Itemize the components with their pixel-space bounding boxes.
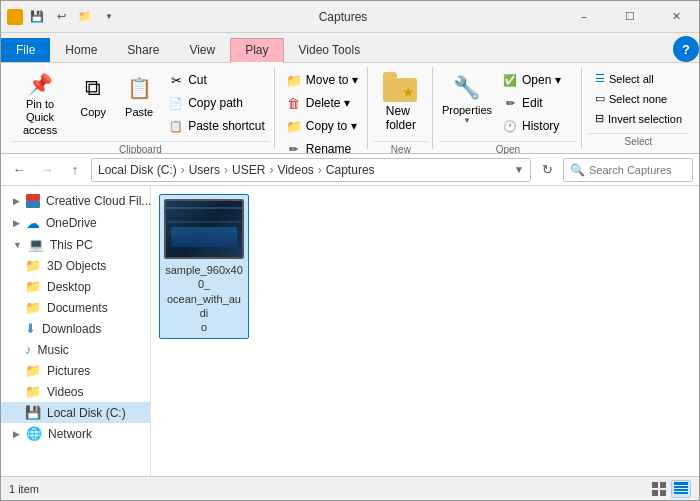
- sidebar-item-pictures[interactable]: 📁 Pictures: [1, 360, 150, 381]
- sidebar-item-documents[interactable]: 📁 Documents: [1, 297, 150, 318]
- select-all-label: Select all: [609, 73, 654, 85]
- sidebar-label-onedrive: OneDrive: [46, 216, 97, 230]
- sidebar-item-desktop[interactable]: 📁 Desktop: [1, 276, 150, 297]
- tiles-view-button[interactable]: [649, 480, 669, 498]
- cc-icon: [26, 193, 40, 209]
- paste-shortcut-button[interactable]: 📋 Paste shortcut: [163, 115, 270, 137]
- history-button[interactable]: 🕐 History: [497, 115, 577, 137]
- pin-to-quick-access-button[interactable]: 📌 Pin to Quickaccess: [11, 67, 69, 139]
- copy-path-label: Copy path: [188, 96, 243, 110]
- maximize-button[interactable]: ☐: [607, 1, 653, 32]
- path-captures: Captures: [326, 163, 375, 177]
- delete-button[interactable]: 🗑 Delete ▾: [281, 92, 363, 114]
- properties-button[interactable]: 🔧 Properties ▼: [439, 67, 495, 139]
- sidebar-item-3dobjects[interactable]: 📁 3D Objects: [1, 255, 150, 276]
- tab-video-tools[interactable]: Video Tools: [284, 38, 376, 62]
- content-area[interactable]: sample_960x400_ocean_with_audio: [151, 186, 699, 476]
- address-path[interactable]: Local Disk (C:) › Users › USER › Videos …: [91, 158, 531, 182]
- open-button[interactable]: ✅ Open ▾: [497, 69, 577, 91]
- invert-selection-button[interactable]: ⊟ Invert selection: [588, 109, 689, 128]
- 3dobjects-icon: 📁: [25, 258, 41, 273]
- main-area: ▶ Creative Cloud Fil... ▶ ☁ OneDrive ▼ 💻…: [1, 186, 699, 476]
- file-item-video1[interactable]: sample_960x400_ocean_with_audio: [159, 194, 249, 339]
- sidebar: ▶ Creative Cloud Fil... ▶ ☁ OneDrive ▼ 💻…: [1, 186, 151, 476]
- invert-selection-icon: ⊟: [595, 112, 604, 125]
- open-label: Open ▾: [522, 73, 561, 87]
- sidebar-label-music: Music: [38, 343, 69, 357]
- qat-folder[interactable]: 📁: [75, 7, 95, 27]
- organize-col: 📁 Move to ▾ 🗑 Delete ▾ 📁 Copy to ▾: [281, 67, 363, 160]
- cut-button[interactable]: ✂ Cut: [163, 69, 270, 91]
- path-dropdown-arrow[interactable]: ▼: [514, 164, 524, 175]
- tab-play[interactable]: Play: [230, 38, 283, 63]
- window-controls: − ☐ ✕: [561, 1, 699, 32]
- pictures-icon: 📁: [25, 363, 41, 378]
- tab-view[interactable]: View: [174, 38, 230, 62]
- sidebar-item-network[interactable]: ▶ 🌐 Network: [1, 423, 150, 444]
- select-label: Select: [588, 133, 689, 149]
- close-button[interactable]: ✕: [653, 1, 699, 32]
- sidebar-item-onedrive[interactable]: ▶ ☁ OneDrive: [1, 212, 150, 234]
- folder-star-icon: ★: [402, 84, 415, 100]
- sidebar-item-downloads[interactable]: ⬇ Downloads: [1, 318, 150, 339]
- paste-shortcut-label: Paste shortcut: [188, 119, 265, 133]
- up-button[interactable]: ↑: [63, 158, 87, 182]
- move-to-icon: 📁: [286, 72, 302, 88]
- downloads-icon: ⬇: [25, 321, 36, 336]
- sidebar-item-videos[interactable]: 📁 Videos: [1, 381, 150, 402]
- clipboard-buttons: 📌 Pin to Quickaccess ⧉ Copy 📋 Paste ✂: [11, 67, 270, 139]
- window-title: Captures: [125, 1, 561, 32]
- qat-dropdown[interactable]: ▼: [99, 7, 119, 27]
- history-icon: 🕐: [502, 118, 518, 134]
- copy-button[interactable]: ⧉ Copy: [71, 67, 115, 139]
- sidebar-item-music[interactable]: ♪ Music: [1, 339, 150, 360]
- move-to-button[interactable]: 📁 Move to ▾: [281, 69, 363, 91]
- network-icon: 🌐: [26, 426, 42, 441]
- select-none-button[interactable]: ▭ Select none: [588, 89, 689, 108]
- sidebar-label-documents: Documents: [47, 301, 108, 315]
- edit-button[interactable]: ✏ Edit: [497, 92, 577, 114]
- sidebar-label-3dobjects: 3D Objects: [47, 259, 106, 273]
- help-button[interactable]: ?: [673, 36, 699, 62]
- sidebar-item-creative-cloud[interactable]: ▶ Creative Cloud Fil...: [1, 190, 150, 212]
- tab-home[interactable]: Home: [50, 38, 112, 62]
- forward-button[interactable]: →: [35, 158, 59, 182]
- select-none-label: Select none: [609, 93, 667, 105]
- expand-arrow-od: ▶: [13, 218, 20, 228]
- svg-rect-7: [674, 486, 688, 488]
- minimize-button[interactable]: −: [561, 1, 607, 32]
- path-sep-4: ›: [318, 163, 322, 177]
- sidebar-item-thispc[interactable]: ▼ 💻 This PC: [1, 234, 150, 255]
- search-box[interactable]: 🔍: [563, 158, 693, 182]
- copy-to-button[interactable]: 📁 Copy to ▾: [281, 115, 363, 137]
- tab-file[interactable]: File: [1, 38, 50, 62]
- list-view-icon: [674, 482, 688, 496]
- copy-path-button[interactable]: 📄 Copy path: [163, 92, 270, 114]
- sidebar-item-localdisk[interactable]: 💾 Local Disk (C:): [1, 402, 150, 423]
- new-folder-button[interactable]: ★ Newfolder: [374, 67, 428, 139]
- back-button[interactable]: ←: [7, 158, 31, 182]
- pin-icon: 📌: [24, 72, 56, 96]
- sidebar-label-downloads: Downloads: [42, 322, 101, 336]
- svg-rect-3: [660, 482, 666, 488]
- ribbon: File Home Share View Play Video Tools ? …: [1, 33, 699, 154]
- paste-button[interactable]: 📋 Paste: [117, 67, 161, 139]
- refresh-button[interactable]: ↻: [535, 158, 559, 182]
- copy-icon: ⧉: [77, 72, 109, 104]
- file-name-video1: sample_960x400_ocean_with_audio: [164, 263, 244, 334]
- file-thumbnail-video1: [164, 199, 244, 259]
- new-buttons: ★ Newfolder: [374, 67, 428, 139]
- sidebar-label-pictures: Pictures: [47, 364, 90, 378]
- list-view-button[interactable]: [671, 480, 691, 498]
- open-col: ✅ Open ▾ ✏ Edit 🕐 History: [497, 67, 577, 137]
- svg-rect-6: [674, 482, 688, 485]
- select-all-button[interactable]: ☰ Select all: [588, 69, 689, 88]
- svg-rect-2: [652, 482, 658, 488]
- sidebar-label-localdisk: Local Disk (C:): [47, 406, 126, 420]
- ribbon-content: 📌 Pin to Quickaccess ⧉ Copy 📋 Paste ✂: [1, 63, 699, 153]
- qat-save[interactable]: 💾: [27, 7, 47, 27]
- search-input[interactable]: [589, 164, 686, 176]
- tab-share[interactable]: Share: [112, 38, 174, 62]
- video-preview: [166, 201, 242, 257]
- qat-undo[interactable]: ↩: [51, 7, 71, 27]
